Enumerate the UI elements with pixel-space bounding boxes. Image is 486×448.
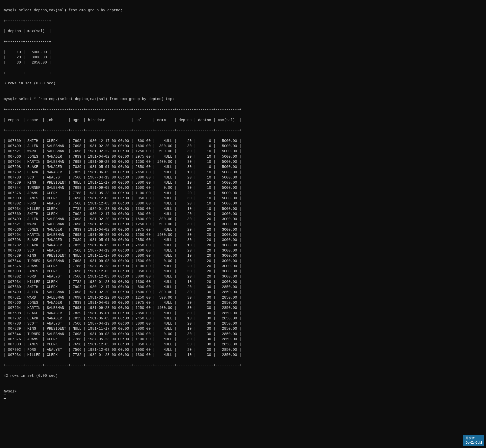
table-row: | 007782 | CLARK | MANAGER | 7839 | 1981… (4, 170, 241, 174)
query2-sep3: +--------+--------+-----------+------+--… (4, 363, 241, 367)
table-row: | 007369 | SMITH | CLERK | 7902 | 1980-1… (4, 285, 241, 289)
table-row: | 007566 | JONES | MANAGER | 7839 | 1981… (4, 155, 241, 159)
query2-sep1: +--------+--------+-----------+------+--… (4, 107, 241, 112)
table-row: | 007934 | MILLER | CLERK | 7782 | 1982-… (4, 280, 241, 284)
table-row: | 007521 | WARD | SALESMAN | 7698 | 1981… (4, 295, 241, 300)
query2-result: 42 rows in set (0.00 sec) (4, 374, 58, 378)
table-row: | 007788 | SCOTT | ANALYST | 7566 | 1987… (4, 248, 241, 253)
query1-prompt: mysql> select deptno,max(sal) from emp g… (4, 8, 122, 12)
table-row: | 007839 | KING | PRESIDENT | NULL | 198… (4, 181, 241, 185)
prompt3: mysql> (4, 389, 19, 393)
table-row: | 007698 | BLAKE | MANAGER | 7839 | 1981… (4, 165, 241, 169)
table-row: | 007788 | SCOTT | ANALYST | 7566 | 1987… (4, 175, 241, 180)
table-row: | 007654 | MARTIN | SALESMAN | 7698 | 19… (4, 233, 241, 237)
table-row: | 007876 | ADAMS | CLERK | 7788 | 1987-0… (4, 264, 241, 268)
table-row: | 007499 | ALLEN | SALESMAN | 7698 | 198… (4, 290, 241, 294)
table-row: | 007844 | TURNER | SALESMAN | 7698 | 19… (4, 259, 241, 263)
table-row: | 007900 | JAMES | CLERK | 7698 | 1981-1… (4, 342, 241, 346)
table-row: | 007844 | TURNER | SALESMAN | 7698 | 19… (4, 186, 241, 190)
query1-sep3: +--------+-----------+ (4, 71, 51, 75)
table-row: | 007900 | JAMES | CLERK | 7698 | 1981-1… (4, 196, 241, 200)
table-row: | 007499 | ALLEN | SALESMAN | 7698 | 198… (4, 217, 241, 221)
table-row: | 007654 | MARTIN | SALESMAN | 7698 | 19… (4, 306, 241, 310)
table-row: | 007698 | BLAKE | MANAGER | 7839 | 1981… (4, 238, 241, 242)
table-row: | 007788 | SCOTT | ANALYST | 7566 | 1987… (4, 321, 241, 326)
query2-prompt: mysql> select * from emp,(select deptno,… (4, 97, 174, 101)
query1-rows: | 10 | 5000.00 | | 20 | 3000.00 | | 30 |… (4, 50, 482, 65)
table-row: | 007839 | KING | PRESIDENT | NULL | 198… (4, 327, 241, 331)
table-row: | 007876 | ADAMS | CLERK | 7788 | 1987-0… (4, 191, 241, 195)
query1-sep2: +--------+-----------+ (4, 40, 51, 44)
table-row: | 007521 | WARD | SALESMAN | 7698 | 1981… (4, 222, 241, 226)
table-row: | 007844 | TURNER | SALESMAN | 7698 | 19… (4, 332, 241, 336)
table-row: | 007902 | FORD | ANALYST | 7566 | 1981-… (4, 201, 241, 205)
query2-rows: | 007369 | SMITH | CLERK | 7902 | 1980-1… (4, 138, 482, 357)
query1-header: | deptno | max(sal) | (4, 29, 51, 33)
table-row: | 007369 | SMITH | CLERK | 7902 | 1980-1… (4, 139, 241, 143)
table-row: | 007782 | CLARK | MANAGER | 7839 | 1981… (4, 316, 241, 320)
cursor: █ (4, 395, 6, 399)
table-row: | 007782 | CLARK | MANAGER | 7839 | 1981… (4, 243, 241, 247)
watermark: 开发者DevZe.CoM (463, 435, 484, 446)
table-row: | 007902 | FORD | ANALYST | 7566 | 1981-… (4, 348, 241, 352)
table-row: | 007654 | MARTIN | SALESMAN | 7698 | 19… (4, 160, 241, 164)
table-row: | 007521 | WARD | SALESMAN | 7698 | 1981… (4, 149, 241, 153)
table-row: | 007902 | FORD | ANALYST | 7566 | 1981-… (4, 274, 241, 279)
table-row: | 007566 | JONES | MANAGER | 7839 | 1981… (4, 228, 241, 232)
table-row: | 007566 | JONES | MANAGER | 7839 | 1981… (4, 301, 241, 305)
table-row: | 007934 | MILLER | CLERK | 7782 | 1982-… (4, 353, 241, 357)
query2-header: | empno | ename | job | mgr | hiredate |… (4, 118, 241, 122)
table-row: | 007839 | KING | PRESIDENT | NULL | 198… (4, 254, 241, 258)
table-row: | 10 | 5000.00 | (4, 50, 51, 54)
query2-sep2: +--------+--------+-----------+------+--… (4, 128, 241, 132)
table-row: | 007698 | BLAKE | MANAGER | 7839 | 1981… (4, 311, 241, 315)
query1-result: 3 rows in set (0.00 sec) (4, 81, 56, 85)
query1-sep1: +--------+-----------+ (4, 19, 51, 23)
table-row: | 30 | 2850.00 | (4, 60, 51, 65)
table-row: | 007934 | MILLER | CLERK | 7782 | 1982-… (4, 207, 241, 211)
terminal-window: mysql> select deptno,max(sal) from emp g… (4, 3, 482, 399)
table-row: | 007876 | ADAMS | CLERK | 7788 | 1987-0… (4, 337, 241, 341)
table-row: | 007900 | JAMES | CLERK | 7698 | 1981-1… (4, 269, 241, 273)
table-row: | 007369 | SMITH | CLERK | 7902 | 1980-1… (4, 212, 241, 216)
table-row: | 007499 | ALLEN | SALESMAN | 7698 | 198… (4, 144, 241, 148)
table-row: | 20 | 3000.00 | (4, 55, 51, 59)
